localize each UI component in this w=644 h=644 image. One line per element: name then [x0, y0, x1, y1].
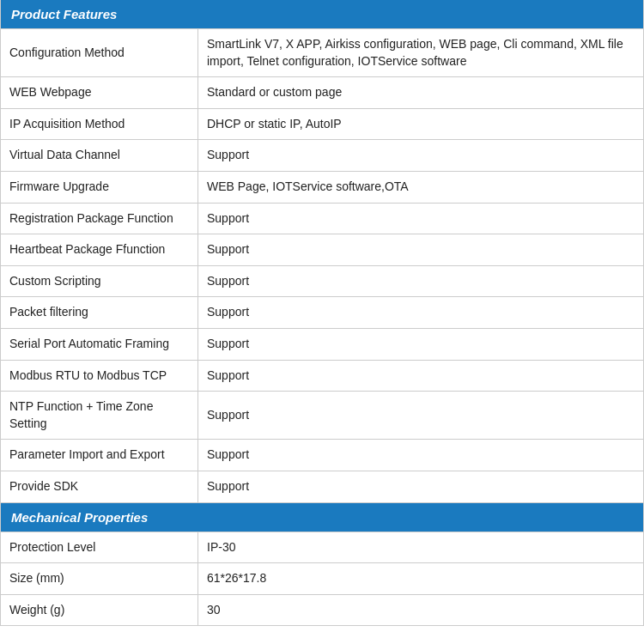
row-label: Registration Package Function — [1, 204, 198, 234]
row-value: WEB Page, IOTService software,OTA — [198, 172, 643, 203]
row-value: Support — [198, 329, 643, 360]
row-value: DHCP or static IP, AutoIP — [198, 109, 643, 140]
row-value: Support — [198, 471, 643, 502]
table-row: Protection LevelIP-30 — [1, 532, 643, 564]
row-value: Support — [198, 234, 643, 265]
table-row: Weight (g)30 — [1, 595, 643, 627]
row-label: Packet filtering — [1, 297, 198, 328]
row-value: 30 — [198, 595, 643, 626]
table-row: Modbus RTU to Modbus TCPSupport — [1, 361, 643, 392]
table-row: WEB WebpageStandard or custom page — [1, 77, 643, 109]
table-row: NTP Function + Time Zone SettingSupport — [1, 392, 643, 440]
row-value: Support — [198, 204, 643, 234]
table-row: Custom ScriptingSupport — [1, 266, 643, 298]
row-label: Provide SDK — [1, 471, 198, 502]
row-label: Firmware Upgrade — [1, 172, 198, 203]
row-label: Serial Port Automatic Framing — [1, 329, 198, 360]
table-row: Firmware UpgradeWEB Page, IOTService sof… — [1, 172, 643, 204]
row-label: Virtual Data Channel — [1, 140, 198, 171]
row-value: SmartLink V7, X APP, Airkiss configurati… — [198, 29, 643, 76]
row-label: Parameter Import and Export — [1, 440, 198, 471]
row-value: Support — [198, 440, 643, 471]
row-label: Protection Level — [1, 532, 198, 563]
row-value: Standard or custom page — [198, 77, 643, 108]
table-row: Heartbeat Package FfunctionSupport — [1, 234, 643, 266]
row-label: Configuration Method — [1, 29, 198, 76]
row-value: Support — [198, 266, 643, 297]
table-row: Provide SDKSupport — [1, 471, 643, 503]
table-row: Parameter Import and ExportSupport — [1, 440, 643, 471]
row-value: Support — [198, 140, 643, 171]
row-value: Support — [198, 297, 643, 328]
table-row: Configuration MethodSmartLink V7, X APP,… — [1, 29, 643, 77]
row-label: NTP Function + Time Zone Setting — [1, 392, 198, 439]
row-label: Weight (g) — [1, 595, 198, 626]
row-label: Modbus RTU to Modbus TCP — [1, 361, 198, 392]
product-features-table: Product FeaturesConfiguration MethodSmar… — [0, 0, 644, 626]
row-value: Support — [198, 392, 643, 439]
table-row: Virtual Data ChannelSupport — [1, 140, 643, 172]
row-value: Support — [198, 361, 643, 392]
row-value: 61*26*17.8 — [198, 563, 643, 594]
row-label: Heartbeat Package Ffunction — [1, 234, 198, 265]
table-row: Registration Package FunctionSupport — [1, 204, 643, 235]
row-value: IP-30 — [198, 532, 643, 563]
table-row: Serial Port Automatic FramingSupport — [1, 329, 643, 361]
section-header: Mechanical Properties — [1, 503, 643, 532]
table-row: IP Acquisition MethodDHCP or static IP, … — [1, 109, 643, 141]
table-row: Packet filteringSupport — [1, 297, 643, 329]
row-label: WEB Webpage — [1, 77, 198, 108]
row-label: Custom Scripting — [1, 266, 198, 297]
section-header: Product Features — [1, 0, 643, 29]
table-row: Size (mm)61*26*17.8 — [1, 563, 643, 595]
row-label: IP Acquisition Method — [1, 109, 198, 140]
row-label: Size (mm) — [1, 563, 198, 594]
